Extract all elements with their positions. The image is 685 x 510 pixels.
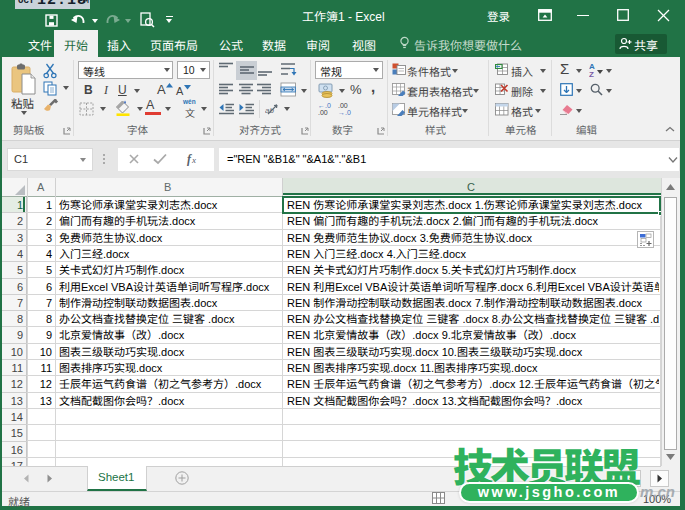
svg-text:→.0: →.0 <box>338 109 351 115</box>
svg-text:ab: ab <box>265 106 274 115</box>
svg-text:.00: .00 <box>318 109 328 115</box>
svg-text:.00: .00 <box>338 102 348 109</box>
svg-text:Z: Z <box>589 70 594 77</box>
svg-text:←.0: ←.0 <box>318 102 331 109</box>
